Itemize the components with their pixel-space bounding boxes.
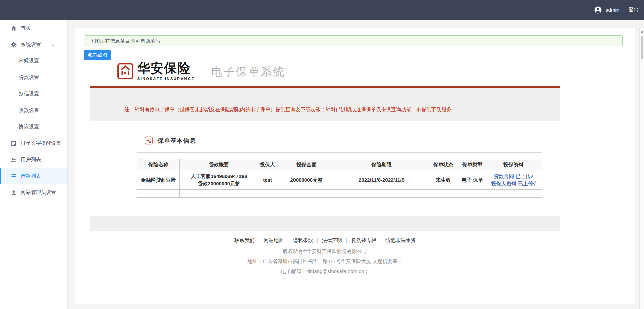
scrollbar[interactable] [639,28,644,309]
brand-subtitle: SINOSAFE INSURANCE [137,77,195,81]
footer-link-privacy[interactable]: 隐私条款 [288,238,318,243]
loan-summary-line1: 人工客服1649606947298 [180,173,258,180]
policy-doc-icon [144,136,153,145]
col-header: 投保资料 [485,159,542,170]
content-card: 下图所有信息条目均可自助填写 点击截图 华安保险 SINOSAFE INSURA… [75,28,635,304]
avatar-icon [594,6,602,14]
cell-materials: 贷款合同 已上传√ 投保人资料 已上传√ [485,170,542,190]
order-text-icon [11,140,17,146]
sidebar-item-label: 用户列表 [21,157,41,163]
col-header: 保险名称 [137,159,180,170]
footer-link-contact[interactable]: 联系我们 [230,238,259,243]
policy-footer: 联系我们 网站地图 隐私条款 法律声明 反洗钱专栏 防范非法集资 版权所有©华安… [90,231,560,275]
section-title: 保单基本信息 [158,137,196,145]
policy-note: 注：针对有效电子保单（投保暂未起期及在保险期限内的电子保单）提供查询及下载功能；… [90,88,560,121]
sidebar-item-home[interactable]: 首页 [0,20,67,36]
sidebar-item-order-text-reminder[interactable]: 订单文字提醒设置 [0,135,67,151]
admin-user-icon [11,190,17,196]
sidebar-item-general-settings[interactable]: 常规设置 [0,53,67,69]
col-header: 贷款概要 [180,159,258,170]
brand-red-bar [90,86,560,88]
policy-info-panel: 保单基本信息 保险名称 贷款概要 投保人 投保金额 保 [90,121,560,216]
chevron-up-icon [51,42,55,46]
cell-status: 未生效 [427,170,460,190]
scrollbar-thumb[interactable] [641,36,643,59]
loan-contract-link[interactable]: 贷款合同 已上传√ [485,173,542,180]
sidebar-item-label: 收款设置 [19,107,39,114]
sinosafe-logo-icon [117,63,134,80]
sidebar-item-label: 借款列表 [21,173,41,179]
cell-insurance-name: 金融网贷商业险 [137,170,180,190]
policyholder-material-link[interactable]: 投保人资料 已上传√ [485,180,542,187]
col-header: 投保金额 [277,159,336,170]
sidebar-item-site-admin-settings[interactable]: 网站管理员设置 [0,184,67,201]
footer-links: 联系我们 网站地图 隐私条款 法律声明 反洗钱专栏 防范非法集资 [230,237,420,244]
loan-list-icon [11,173,17,179]
gear-icon [11,42,17,48]
users-icon [11,157,17,163]
cell-period: 2022/11/8-2022/11/8 [336,170,427,190]
footer-email: 电子邮箱：xinfang@sinosafe.com.cn； [90,268,560,275]
logout-link[interactable]: 登出 [629,7,639,13]
cell-policy-type: 电子 保单 [460,170,485,190]
brand-row: 华安保险 SINOSAFE INSURANCE 电子保单系统 [90,62,560,86]
screenshot-button[interactable]: 点击截图 [84,50,111,60]
sidebar-item-payment-settings[interactable]: 收款设置 [0,102,67,119]
sidebar: 首页 系统设置 常规设置 贷款设置 短信设置 收款设置 协议设置 订单文字提醒设… [0,20,68,309]
home-icon [11,25,17,31]
col-header: 保单状态 [427,159,460,170]
footer-link-aml[interactable]: 反洗钱专栏 [347,238,381,243]
username: admin [605,7,619,13]
col-header: 保险期限 [336,159,427,170]
policy-page-body: 注：针对有效电子保单（投保暂未起期及在保险期限内的电子保单）提供查询及下载功能；… [90,88,560,231]
cell-loan-summary: 人工客服1649606947298 贷款20000000元整 [180,170,258,190]
footer-link-antifraud[interactable]: 防范非法集资 [381,238,420,243]
brand-text: 华安保险 SINOSAFE INSURANCE [137,62,195,81]
scroll-up-arrow-icon[interactable] [641,31,643,33]
topbar: admin | 登出 [0,0,644,20]
sidebar-item-label: 常规设置 [19,58,39,64]
sidebar-item-system-settings[interactable]: 系统设置 [0,36,67,53]
col-header: 保单类型 [460,159,485,170]
sidebar-item-loan-settings[interactable]: 贷款设置 [0,69,67,86]
cell-policyholder: test [258,170,277,190]
section-head: 保单基本信息 [144,136,196,145]
loan-summary-line2: 贷款20000000元整 [180,180,258,187]
sidebar-item-sms-settings[interactable]: 短信设置 [0,86,67,102]
info-alert: 下图所有信息条目均可自助填写 [84,35,623,46]
table-empty-row [137,190,542,198]
policy-page: 华安保险 SINOSAFE INSURANCE 电子保单系统 注：针对有效电子保… [90,62,560,275]
brand-divider [204,65,204,78]
sidebar-item-user-list[interactable]: 用户列表 [0,151,67,168]
table-header-row: 保险名称 贷款概要 投保人 投保金额 保险期限 保单状态 保单类型 投保资料 [137,159,542,170]
table-row: 金融网贷商业险 人工客服1649606947298 贷款20000000元整 t… [137,170,542,190]
footer-link-legal[interactable]: 法律声明 [318,238,347,243]
cell-amount: 20000000元整 [277,170,336,190]
sidebar-item-label: 系统设置 [21,41,41,48]
footer-copyright: 版权所有©华安财产保险股份有限公司 [90,248,560,255]
sidebar-item-label: 网站管理员设置 [21,189,56,196]
system-title: 电子保单系统 [211,64,285,79]
sidebar-item-label: 贷款设置 [19,74,39,81]
col-header: 投保人 [258,159,277,170]
footer-link-sitemap[interactable]: 网站地图 [259,238,288,243]
sidebar-item-label: 首页 [21,25,31,31]
policy-table: 保险名称 贷款概要 投保人 投保金额 保险期限 保单状态 保单类型 投保资料 金… [137,159,542,198]
user-menu[interactable]: admin | 登出 [594,0,639,20]
brand-name: 华安保险 [137,62,195,75]
sidebar-item-borrow-list[interactable]: 借款列表 [0,168,67,184]
sidebar-item-label: 协议设置 [19,124,39,130]
section-underline [137,152,542,153]
topbar-separator: | [623,7,625,13]
footer-address: 地址：广东省深圳市福田区福华一路117号华安保险大厦 文秘机要室； [90,258,560,265]
sidebar-item-label: 订单文字提醒设置 [21,140,61,146]
sidebar-item-agreement-settings[interactable]: 协议设置 [0,119,67,135]
main-content: 下图所有信息条目均可自助填写 点击截图 华安保险 SINOSAFE INSURA… [68,20,644,309]
sidebar-item-label: 短信设置 [19,91,39,97]
